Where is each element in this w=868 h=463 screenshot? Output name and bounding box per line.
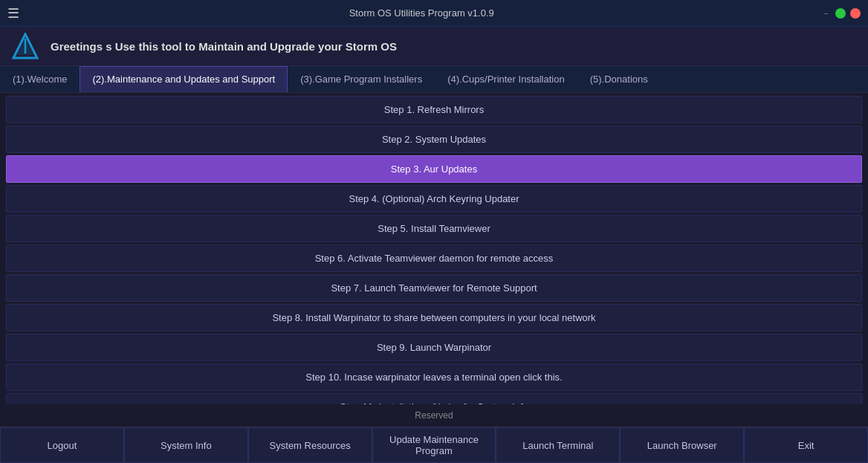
tab-cups[interactable]: (4).Cups/Printer Installation — [435, 66, 577, 92]
btn-sysresources[interactable]: System Resources — [248, 427, 372, 463]
main-content: Step 1. Refresh MirrorsStep 2. System Up… — [0, 93, 868, 404]
step8[interactable]: Step 8. Install Warpinator to share betw… — [6, 304, 862, 331]
maximize-button[interactable] — [835, 8, 846, 19]
header-greeting: Greetings s Use this tool to Maintain an… — [51, 40, 397, 53]
minimize-icon[interactable]: – — [823, 9, 828, 17]
btn-logout[interactable]: Logout — [0, 427, 124, 463]
window-controls: – — [823, 8, 861, 19]
step6[interactable]: Step 6. Activate Teamviewer daemon for r… — [6, 245, 862, 272]
app-title: Storm OS Utilities Program v1.0.9 — [19, 7, 823, 19]
tab-donations[interactable]: (5).Donations — [577, 66, 661, 92]
btn-exit[interactable]: Exit — [744, 427, 868, 463]
step7[interactable]: Step 7. Launch Teamviewer for Remote Sup… — [6, 274, 862, 302]
reserved-label: Reserved — [0, 404, 868, 427]
step5[interactable]: Step 5. Install Teamviewer — [6, 215, 862, 242]
menu-icon[interactable]: ☰ — [7, 5, 19, 22]
step3[interactable]: Step 3. Aur Updates — [6, 155, 862, 183]
step4[interactable]: Step 4. (Optional) Arch Keyring Updater — [6, 185, 862, 213]
btn-sysinfo[interactable]: System Info — [124, 427, 248, 463]
close-button[interactable] — [850, 8, 861, 19]
step9[interactable]: Step 9. Launch Warpinator — [6, 334, 862, 361]
btn-terminal[interactable]: Launch Terminal — [496, 427, 620, 463]
step2[interactable]: Step 2. System Updates — [6, 126, 862, 153]
arch-logo — [12, 33, 39, 59]
step11[interactable]: Step 11. Installation of Lshw for System… — [6, 393, 862, 404]
btn-update[interactable]: Update Maintenance Program — [372, 427, 496, 463]
title-bar: ☰ Storm OS Utilities Program v1.0.9 – — [0, 0, 868, 27]
tab-welcome[interactable]: (1).Welcome — [0, 66, 80, 92]
btn-browser[interactable]: Launch Browser — [620, 427, 744, 463]
tab-game[interactable]: (3).Game Program Installers — [288, 66, 435, 92]
step10[interactable]: Step 10. Incase warpinator leaves a term… — [6, 363, 862, 391]
header: Greetings s Use this tool to Maintain an… — [0, 27, 868, 66]
step1[interactable]: Step 1. Refresh Mirrors — [6, 96, 862, 123]
bottom-bar: LogoutSystem InfoSystem ResourcesUpdate … — [0, 427, 868, 463]
tab-maintenance[interactable]: (2).Maintenance and Updates and Support — [80, 66, 288, 92]
tab-bar: (1).Welcome (2).Maintenance and Updates … — [0, 66, 868, 93]
